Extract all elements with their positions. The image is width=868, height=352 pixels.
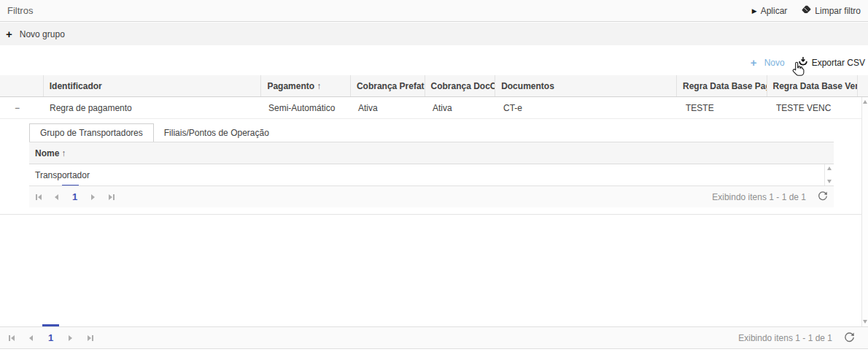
- plus-icon: +: [6, 28, 12, 39]
- grid-toolbar: + Novo Exportar CSV: [751, 56, 865, 69]
- cell-regra-data-base-vencimento: TESTE VENC: [770, 97, 861, 118]
- current-page[interactable]: 1: [66, 191, 84, 202]
- subgrid-body: Transportador: [29, 164, 834, 185]
- next-page-button[interactable]: [84, 190, 102, 204]
- cell-documentos: CT-e: [497, 97, 680, 118]
- payment-rules-grid: Identificador Pagamento↑ Cobrança Prefat…: [0, 75, 868, 349]
- clear-filter-label: Limpar filtro: [815, 6, 861, 16]
- refresh-button[interactable]: [818, 191, 828, 203]
- cell-identificador: Regra de pagamento: [44, 97, 263, 118]
- collapse-row-button[interactable]: −: [0, 97, 44, 118]
- subgrid-header-row: Nome↑: [29, 142, 834, 164]
- tab-filiais-pontos-de-operacao[interactable]: Filiais/Pontos de Operação: [154, 123, 279, 142]
- group-band: + Novo grupo: [0, 23, 868, 45]
- filters-title: Filtros: [7, 5, 33, 16]
- list-item[interactable]: Transportador: [29, 164, 834, 180]
- column-header-identificador[interactable]: Identificador: [44, 75, 262, 96]
- export-csv-button[interactable]: Exportar CSV: [798, 56, 865, 69]
- pager-status: Exibindo itens 1 - 1 de 1: [712, 192, 806, 202]
- refresh-button[interactable]: [844, 332, 855, 345]
- refresh-icon: [844, 332, 855, 345]
- current-page[interactable]: 1: [41, 332, 61, 343]
- scroll-down-icon[interactable]: [827, 180, 832, 183]
- detail-tabs: Grupo de Transportadores Filiais/Pontos …: [29, 123, 279, 142]
- column-header-expand: [0, 75, 44, 96]
- tab-label: Grupo de Transportadores: [40, 128, 143, 138]
- column-header-cobranca-doccob[interactable]: Cobrança DocCob: [425, 75, 496, 96]
- clear-filter-button[interactable]: Limpar filtro: [802, 5, 861, 16]
- export-csv-label: Exportar CSV: [812, 58, 865, 68]
- column-header-nome[interactable]: Nome↑: [35, 148, 66, 158]
- sort-asc-icon: ↑: [61, 148, 66, 158]
- previous-page-button[interactable]: [21, 331, 41, 345]
- cell-regra-data-base-pagamento: TESTE: [680, 97, 770, 118]
- eraser-icon: [802, 5, 811, 16]
- new-record-button[interactable]: + Novo: [751, 57, 785, 68]
- new-group-button[interactable]: + Novo grupo: [6, 28, 65, 39]
- subgrid-pager: 1 Exibindo itens 1 - 1 de 1: [29, 185, 834, 207]
- new-record-label: Novo: [764, 58, 785, 68]
- payment-rules-page: Filtros ▶ Aplicar Limpar filtro + Novo g…: [0, 0, 868, 352]
- cell-pagamento: Semi-Automático: [263, 97, 352, 118]
- pager-status: Exibindo itens 1 - 1 de 1: [738, 333, 832, 343]
- header-filler: [858, 75, 868, 96]
- sort-asc-icon: ↑: [317, 81, 321, 91]
- subgrid-vertical-scrollbar[interactable]: [824, 164, 834, 185]
- next-page-button[interactable]: [61, 331, 80, 345]
- filter-actions: ▶ Aplicar Limpar filtro: [752, 5, 861, 16]
- tab-grupo-de-transportadores[interactable]: Grupo de Transportadores: [29, 123, 154, 142]
- column-header-regra-data-base-vencimento[interactable]: Regra Data Base Vencimento: [767, 75, 858, 96]
- table-row[interactable]: − Regra de pagamento Semi-Automático Ati…: [0, 97, 861, 119]
- scroll-up-icon[interactable]: [827, 167, 832, 170]
- column-header-cobranca-prefat[interactable]: Cobrança Prefat: [351, 75, 425, 96]
- previous-page-button[interactable]: [47, 190, 66, 204]
- transporter-group-subgrid: Nome↑ Transportador 1: [29, 142, 834, 207]
- grid-vertical-scrollbar[interactable]: [861, 97, 868, 326]
- first-page-button[interactable]: [29, 190, 47, 204]
- cell-cobranca-prefat: Ativa: [352, 97, 427, 118]
- filter-bar: Filtros ▶ Aplicar Limpar filtro: [0, 0, 868, 22]
- cell-cobranca-doccob: Ativa: [427, 97, 497, 118]
- plus-icon: +: [751, 57, 757, 68]
- grid-header-row: Identificador Pagamento↑ Cobrança Prefat…: [0, 75, 868, 97]
- scroll-up-icon[interactable]: [863, 100, 867, 104]
- download-icon: [798, 56, 808, 69]
- play-icon: ▶: [752, 7, 757, 15]
- scroll-down-icon[interactable]: [863, 320, 867, 324]
- detail-row: Grupo de Transportadores Filiais/Pontos …: [0, 119, 861, 215]
- last-page-button[interactable]: [80, 331, 100, 345]
- column-header-documentos[interactable]: Documentos: [495, 75, 677, 96]
- refresh-icon: [818, 191, 828, 203]
- tab-label: Filiais/Pontos de Operação: [164, 128, 269, 138]
- column-header-pagamento[interactable]: Pagamento↑: [261, 75, 350, 96]
- first-page-button[interactable]: [1, 331, 21, 345]
- apply-filter-label: Aplicar: [761, 6, 788, 16]
- grid-pager: 1 Exibindo itens 1 - 1 de 1: [0, 326, 868, 349]
- new-group-label: Novo grupo: [20, 29, 65, 39]
- apply-filter-button[interactable]: ▶ Aplicar: [752, 6, 788, 16]
- column-header-regra-data-base-pagamento[interactable]: Regra Data Base Pagamento: [677, 75, 767, 96]
- last-page-button[interactable]: [102, 190, 120, 204]
